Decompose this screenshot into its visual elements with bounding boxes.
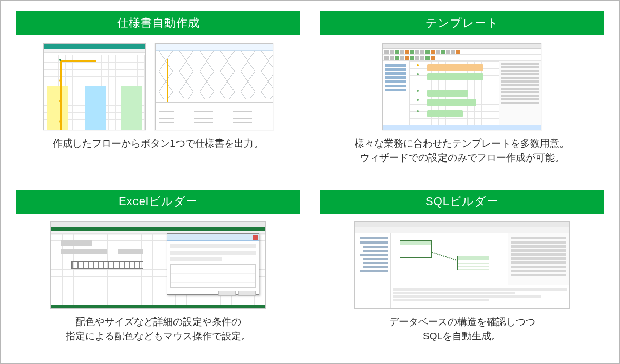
- thumbnail-excel-builder: [50, 221, 266, 309]
- feature-card-sql-builder: SQLビルダー: [320, 190, 604, 354]
- feature-card-template: テンプレート: [320, 11, 604, 175]
- card-caption: 様々な業務に合わせたテンプレートを多数用意。 ウィザードでの設定のみでフロー作成…: [355, 136, 569, 165]
- thumbnail-sql-builder: [354, 221, 570, 309]
- card-thumbnail: [43, 42, 273, 131]
- card-title: Excelビルダー: [16, 190, 300, 214]
- thumbnail-spec-document: [155, 43, 273, 130]
- card-caption: データベースの構造を確認しつつ SQLを自動生成。: [389, 315, 535, 343]
- thumbnail-template-editor: [382, 43, 541, 130]
- card-thumbnail: [382, 42, 541, 131]
- thumbnail-settings-dialog: [167, 233, 259, 295]
- feature-grid: 仕様書自動作成: [16, 11, 604, 354]
- feature-card-spec-output: 仕様書自動作成: [16, 11, 300, 175]
- card-title: 仕様書自動作成: [16, 11, 300, 35]
- card-title: SQLビルダー: [320, 190, 604, 214]
- card-thumbnail: [354, 220, 570, 310]
- card-thumbnail: [50, 220, 266, 310]
- card-caption: 作成したフローからボタン1つで仕様書を出力。: [53, 136, 263, 151]
- card-caption: 配色やサイズなど詳細の設定や条件の 指定による配色などもマウス操作で設定。: [66, 315, 251, 343]
- card-title: テンプレート: [320, 11, 604, 35]
- thumbnail-flow-editor: [43, 43, 146, 130]
- feature-card-excel-builder: Excelビルダー: [16, 190, 300, 354]
